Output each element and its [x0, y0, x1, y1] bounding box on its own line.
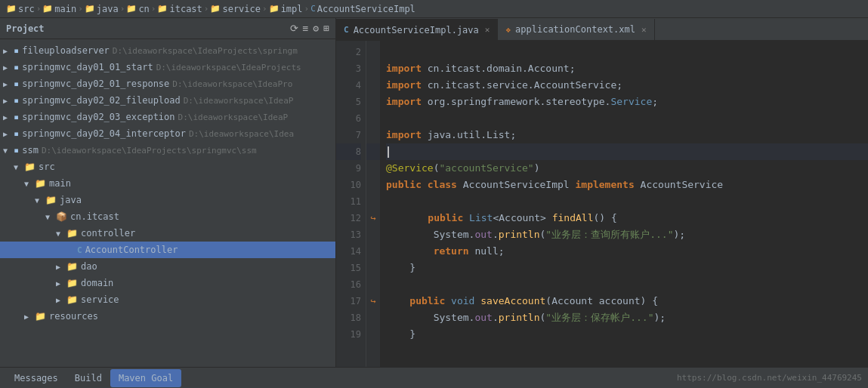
- expand-arrow: ▶: [56, 263, 66, 271]
- tab-bar: C AccountServiceImpl.java ✕ ❖ applicatio…: [336, 18, 868, 41]
- code-line-18: System.out.println("业务层：保存帐户...");: [386, 309, 868, 326]
- module-icon: ▪: [14, 95, 19, 106]
- breadcrumb-impl[interactable]: 📁 impl: [269, 4, 303, 14]
- sidebar-item-src[interactable]: ▼ 📁 src: [0, 159, 335, 175]
- code-editor[interactable]: 2 3 4 5 6 7 8 9 10 11 12 13 14 15 16 17 …: [336, 41, 868, 367]
- code-line-8: [386, 143, 868, 160]
- sidebar-item-ssm[interactable]: ▼ ▪ ssm D:\ideaworkspace\IdeaProjects\sp…: [0, 142, 335, 159]
- sidebar-item-springmvc-day02-01-response[interactable]: ▶ ▪ springmvc_day02_01_response D:\ideaw…: [0, 75, 335, 92]
- folder-icon: 📁: [126, 4, 137, 14]
- sidebar-item-service[interactable]: ▶ 📁 service: [0, 291, 335, 308]
- expand-arrow: ▼: [35, 196, 45, 205]
- breadcrumb-main[interactable]: 📁 main: [42, 4, 76, 14]
- sidebar-tree: ▶ ▪ fileuploadserver D:\ideaworkspace\Id…: [0, 39, 335, 367]
- folder-icon: 📁: [269, 4, 280, 14]
- sidebar-item-java[interactable]: ▼ 📁 java: [0, 192, 335, 208]
- module-icon: ▪: [14, 128, 19, 139]
- sidebar-item-springmvc-day02-03-exception[interactable]: ▶ ▪ springmvc_day02_03_exception D:\idea…: [0, 109, 335, 125]
- breadcrumb-file[interactable]: C AccountServiceImpl: [310, 4, 415, 14]
- sidebar: Project ⟳ ≡ ⚙ ⊞ ▶ ▪ fileuploadserver D:\…: [0, 18, 336, 367]
- sidebar-item-account-controller[interactable]: ▶ C AccountController: [0, 242, 335, 258]
- sidebar-item-springmvc-day02-04-interceptor[interactable]: ▶ ▪ springmvc_day02_04_interceptor D:\id…: [0, 125, 335, 142]
- expand-arrow: ▼: [14, 163, 24, 171]
- sidebar-item-springmvc-day01-01-start[interactable]: ▶ ▪ springmvc_day01_01_start D:\ideawork…: [0, 59, 335, 75]
- code-line-11: [386, 193, 868, 210]
- module-icon: ▪: [14, 79, 19, 89]
- expand-arrow: ▶: [56, 279, 66, 288]
- expand-arrow: ▼: [45, 213, 56, 221]
- code-line-15: }: [386, 260, 868, 276]
- code-line-13: System.out.println("业务层：查询所有账户...");: [386, 226, 868, 243]
- expand-arrow: ▶: [24, 313, 35, 321]
- folder-icon: 📁: [66, 261, 78, 272]
- bottom-tab-maven-goal[interactable]: Maven Goal: [110, 369, 181, 387]
- sidebar-item-cn-itcast[interactable]: ▼ 📦 cn.itcast: [0, 208, 335, 225]
- sidebar-item-dao[interactable]: ▶ 📁 dao: [0, 258, 335, 275]
- bottom-tab-build[interactable]: Build: [66, 369, 110, 387]
- expand-arrow: ▶: [56, 296, 66, 304]
- expand-arrow: ▶: [3, 63, 14, 72]
- sidebar-item-fileuploadserver[interactable]: ▶ ▪ fileuploadserver D:\ideaworkspace\Id…: [0, 42, 335, 59]
- sidebar-item-controller[interactable]: ▼ 📁 controller: [0, 225, 335, 242]
- code-line-14: return null;: [386, 243, 868, 260]
- folder-icon: 📁: [24, 162, 36, 172]
- gear-icon[interactable]: ⚙: [313, 23, 319, 34]
- expand-arrow: ▼: [24, 180, 35, 188]
- breakpoint-arrow: ↪: [370, 213, 375, 223]
- expand-arrow: ▶: [3, 47, 14, 55]
- folder-icon: 📁: [66, 278, 78, 288]
- breadcrumb-service[interactable]: 📁 service: [210, 4, 261, 14]
- expand-arrow: ▼: [3, 146, 14, 155]
- main-layout: Project ⟳ ≡ ⚙ ⊞ ▶ ▪ fileuploadserver D:\…: [0, 18, 868, 367]
- java-class-icon: C: [77, 245, 82, 255]
- breadcrumb-src[interactable]: 📁 src: [6, 4, 35, 14]
- expand-arrow: ▶: [3, 130, 14, 138]
- line-numbers: 2 3 4 5 6 7 8 9 10 11 12 13 14 15 16 17 …: [336, 41, 366, 367]
- sidebar-header: Project ⟳ ≡ ⚙ ⊞: [0, 18, 335, 39]
- code-line-17: public void saveAccount(Account account)…: [386, 293, 868, 309]
- code-line-19: }: [386, 326, 868, 343]
- code-line-9: @Service("accountService"): [386, 160, 868, 177]
- expand-arrow: ▶: [3, 113, 14, 122]
- breadcrumb-java[interactable]: 📁 java: [85, 4, 119, 14]
- bottom-bar: Messages Build Maven Goal https://blog.c…: [0, 367, 868, 388]
- breakpoint-arrow2: ↪: [370, 296, 375, 306]
- sidebar-item-resources[interactable]: ▶ 📁 resources: [0, 308, 335, 325]
- folder-icon: 📁: [42, 4, 53, 14]
- tab-label: AccountServiceImpl.java: [354, 25, 479, 35]
- folder-icon: 📁: [66, 294, 78, 305]
- watermark: https://blog.csdn.net/weixin_44769245: [677, 373, 862, 383]
- folder-icon: 📁: [35, 178, 46, 189]
- code-line-3: import cn.itcast.domain.Account;: [386, 60, 868, 77]
- sidebar-item-springmvc-day02-02-fileupload[interactable]: ▶ ▪ springmvc_day02_02_fileupload D:\ide…: [0, 92, 335, 109]
- breadcrumb-itcast[interactable]: 📁 itcast: [157, 4, 202, 14]
- sidebar-item-main[interactable]: ▼ 📁 main: [0, 175, 335, 192]
- tab-label: applicationContext.xml: [515, 24, 635, 35]
- tab-close-icon[interactable]: ✕: [641, 25, 647, 35]
- code-line-7: import java.util.List;: [386, 127, 868, 143]
- code-content[interactable]: import cn.itcast.domain.Account; import …: [380, 41, 868, 367]
- bottom-tab-messages[interactable]: Messages: [6, 369, 66, 387]
- code-line-6: [386, 110, 868, 127]
- tab-close-icon[interactable]: ✕: [485, 25, 490, 35]
- package-icon: 📦: [56, 211, 67, 222]
- editor-area: C AccountServiceImpl.java ✕ ❖ applicatio…: [336, 18, 868, 367]
- module-icon: ▪: [14, 62, 19, 72]
- folder-icon: 📁: [157, 4, 168, 14]
- module-icon: ▪: [14, 112, 19, 122]
- sidebar-item-domain[interactable]: ▶ 📁 domain: [0, 275, 335, 291]
- code-line-4: import cn.itcast.service.AccountService;: [386, 77, 868, 94]
- sidebar-title: Project: [6, 23, 45, 34]
- sidebar-toolbar: ⟳ ≡ ⚙ ⊞: [290, 23, 329, 34]
- sync-icon[interactable]: ⟳: [290, 23, 298, 34]
- breadcrumb-cn[interactable]: 📁 cn: [126, 4, 149, 14]
- layout-icon[interactable]: ⊞: [323, 23, 329, 34]
- tab-account-service-impl[interactable]: C AccountServiceImpl.java ✕: [336, 19, 498, 40]
- gutter: ↪ ↪: [366, 41, 380, 367]
- tab-application-context[interactable]: ❖ applicationContext.xml ✕: [498, 19, 654, 40]
- settings-icon[interactable]: ≡: [303, 23, 309, 34]
- folder-icon: 📁: [45, 195, 57, 205]
- code-line-5: import org.springframework.stereotype.Se…: [386, 94, 868, 110]
- folder-icon: 📁: [210, 4, 221, 14]
- code-line-10: public class AccountServiceImpl implemen…: [386, 177, 868, 193]
